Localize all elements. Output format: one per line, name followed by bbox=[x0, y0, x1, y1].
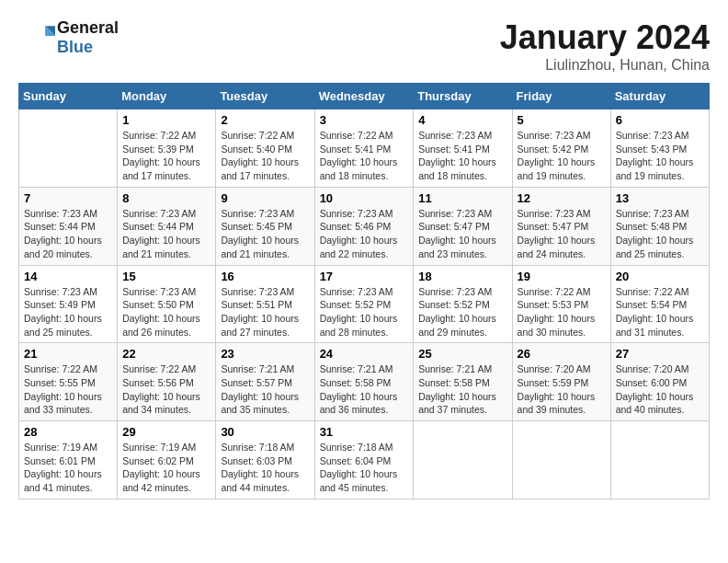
day-info: Sunrise: 7:21 AMSunset: 5:58 PMDaylight:… bbox=[418, 362, 506, 417]
day-info: Sunrise: 7:23 AMSunset: 5:44 PMDaylight:… bbox=[122, 207, 210, 261]
day-number: 10 bbox=[320, 191, 409, 205]
day-info: Sunrise: 7:19 AMSunset: 6:01 PMDaylight:… bbox=[24, 441, 112, 495]
weekday-header: Sunday bbox=[19, 84, 118, 109]
day-number: 29 bbox=[122, 425, 210, 439]
day-number: 25 bbox=[418, 347, 506, 361]
calendar-week-row: 1Sunrise: 7:22 AMSunset: 5:39 PMDaylight… bbox=[19, 109, 710, 188]
day-number: 9 bbox=[221, 191, 309, 205]
day-number: 2 bbox=[221, 113, 309, 127]
logo-line2: Blue bbox=[57, 38, 119, 57]
day-info: Sunrise: 7:23 AMSunset: 5:50 PMDaylight:… bbox=[122, 285, 210, 339]
calendar-week-row: 7Sunrise: 7:23 AMSunset: 5:44 PMDaylight… bbox=[19, 187, 710, 265]
day-info: Sunrise: 7:21 AMSunset: 5:58 PMDaylight:… bbox=[320, 362, 409, 417]
day-info: Sunrise: 7:23 AMSunset: 5:52 PMDaylight:… bbox=[418, 285, 506, 339]
calendar-cell: 16Sunrise: 7:23 AMSunset: 5:51 PMDayligh… bbox=[216, 265, 314, 343]
calendar-cell: 31Sunrise: 7:18 AMSunset: 6:04 PMDayligh… bbox=[314, 421, 414, 500]
weekday-row: SundayMondayTuesdayWednesdayThursdayFrid… bbox=[19, 84, 710, 109]
calendar-cell: 5Sunrise: 7:23 AMSunset: 5:42 PMDaylight… bbox=[512, 109, 610, 188]
calendar-week-row: 28Sunrise: 7:19 AMSunset: 6:01 PMDayligh… bbox=[19, 421, 710, 500]
day-number: 7 bbox=[24, 191, 112, 205]
day-info: Sunrise: 7:23 AMSunset: 5:52 PMDaylight:… bbox=[320, 285, 409, 339]
logo: General Blue bbox=[18, 18, 119, 57]
calendar-cell bbox=[414, 421, 512, 500]
calendar-header: SundayMondayTuesdayWednesdayThursdayFrid… bbox=[19, 84, 710, 109]
calendar-cell: 26Sunrise: 7:20 AMSunset: 5:59 PMDayligh… bbox=[512, 343, 610, 421]
day-number: 30 bbox=[221, 425, 309, 439]
calendar-cell: 4Sunrise: 7:23 AMSunset: 5:41 PMDaylight… bbox=[414, 109, 512, 188]
day-info: Sunrise: 7:23 AMSunset: 5:46 PMDaylight:… bbox=[320, 207, 409, 261]
calendar-week-row: 21Sunrise: 7:22 AMSunset: 5:55 PMDayligh… bbox=[19, 343, 710, 421]
calendar-cell: 29Sunrise: 7:19 AMSunset: 6:02 PMDayligh… bbox=[118, 421, 216, 500]
page-header: General Blue January 2024 Liulinzhou, Hu… bbox=[18, 18, 710, 74]
day-number: 8 bbox=[122, 191, 210, 205]
calendar-cell: 3Sunrise: 7:22 AMSunset: 5:41 PMDaylight… bbox=[314, 109, 414, 188]
day-number: 23 bbox=[221, 347, 309, 361]
day-number: 16 bbox=[221, 270, 309, 283]
day-info: Sunrise: 7:18 AMSunset: 6:03 PMDaylight:… bbox=[221, 441, 309, 495]
day-info: Sunrise: 7:23 AMSunset: 5:47 PMDaylight:… bbox=[418, 207, 506, 261]
calendar-cell: 25Sunrise: 7:21 AMSunset: 5:58 PMDayligh… bbox=[414, 343, 512, 421]
calendar-body: 1Sunrise: 7:22 AMSunset: 5:39 PMDaylight… bbox=[19, 109, 710, 500]
calendar-cell: 10Sunrise: 7:23 AMSunset: 5:46 PMDayligh… bbox=[314, 187, 414, 265]
calendar-cell: 7Sunrise: 7:23 AMSunset: 5:44 PMDaylight… bbox=[19, 187, 118, 265]
day-info: Sunrise: 7:23 AMSunset: 5:51 PMDaylight:… bbox=[221, 285, 309, 339]
calendar-cell: 20Sunrise: 7:22 AMSunset: 5:54 PMDayligh… bbox=[610, 265, 709, 343]
day-number: 28 bbox=[24, 425, 112, 439]
day-number: 1 bbox=[122, 113, 210, 127]
day-info: Sunrise: 7:23 AMSunset: 5:43 PMDaylight:… bbox=[616, 129, 704, 183]
day-info: Sunrise: 7:22 AMSunset: 5:56 PMDaylight:… bbox=[122, 362, 210, 417]
calendar-week-row: 14Sunrise: 7:23 AMSunset: 5:49 PMDayligh… bbox=[19, 265, 710, 343]
day-info: Sunrise: 7:22 AMSunset: 5:41 PMDaylight:… bbox=[320, 129, 409, 183]
weekday-header: Saturday bbox=[610, 84, 709, 109]
calendar-cell: 11Sunrise: 7:23 AMSunset: 5:47 PMDayligh… bbox=[414, 187, 512, 265]
day-info: Sunrise: 7:23 AMSunset: 5:44 PMDaylight:… bbox=[24, 207, 112, 261]
day-number: 31 bbox=[320, 425, 409, 439]
calendar-cell: 23Sunrise: 7:21 AMSunset: 5:57 PMDayligh… bbox=[216, 343, 314, 421]
day-info: Sunrise: 7:23 AMSunset: 5:49 PMDaylight:… bbox=[24, 285, 112, 339]
day-info: Sunrise: 7:23 AMSunset: 5:42 PMDaylight:… bbox=[518, 129, 606, 183]
calendar-cell: 2Sunrise: 7:22 AMSunset: 5:40 PMDaylight… bbox=[216, 109, 314, 188]
day-info: Sunrise: 7:23 AMSunset: 5:47 PMDaylight:… bbox=[518, 207, 606, 261]
day-number: 6 bbox=[616, 113, 704, 127]
day-info: Sunrise: 7:23 AMSunset: 5:48 PMDaylight:… bbox=[616, 207, 704, 261]
calendar-cell: 30Sunrise: 7:18 AMSunset: 6:03 PMDayligh… bbox=[216, 421, 314, 500]
calendar-table: SundayMondayTuesdayWednesdayThursdayFrid… bbox=[18, 83, 710, 500]
day-number: 27 bbox=[616, 347, 704, 361]
day-info: Sunrise: 7:23 AMSunset: 5:45 PMDaylight:… bbox=[221, 207, 309, 261]
day-number: 12 bbox=[518, 191, 606, 205]
day-number: 11 bbox=[418, 191, 506, 205]
day-info: Sunrise: 7:21 AMSunset: 5:57 PMDaylight:… bbox=[221, 362, 309, 417]
weekday-header: Friday bbox=[512, 84, 610, 109]
calendar-cell: 15Sunrise: 7:23 AMSunset: 5:50 PMDayligh… bbox=[118, 265, 216, 343]
day-number: 13 bbox=[616, 191, 704, 205]
weekday-header: Wednesday bbox=[314, 84, 414, 109]
day-number: 24 bbox=[320, 347, 409, 361]
calendar-cell: 19Sunrise: 7:22 AMSunset: 5:53 PMDayligh… bbox=[512, 265, 610, 343]
calendar-title: January 2024 bbox=[500, 18, 710, 57]
calendar-cell bbox=[610, 421, 709, 500]
day-number: 15 bbox=[122, 270, 210, 283]
calendar-cell: 21Sunrise: 7:22 AMSunset: 5:55 PMDayligh… bbox=[19, 343, 118, 421]
day-number: 17 bbox=[320, 270, 409, 283]
day-number: 26 bbox=[518, 347, 606, 361]
calendar-cell: 17Sunrise: 7:23 AMSunset: 5:52 PMDayligh… bbox=[314, 265, 414, 343]
day-number: 3 bbox=[320, 113, 409, 127]
day-info: Sunrise: 7:22 AMSunset: 5:54 PMDaylight:… bbox=[616, 285, 704, 339]
calendar-cell: 24Sunrise: 7:21 AMSunset: 5:58 PMDayligh… bbox=[314, 343, 414, 421]
day-number: 14 bbox=[24, 270, 112, 283]
day-info: Sunrise: 7:22 AMSunset: 5:39 PMDaylight:… bbox=[122, 129, 210, 183]
calendar-cell: 1Sunrise: 7:22 AMSunset: 5:39 PMDaylight… bbox=[118, 109, 216, 188]
calendar-cell: 9Sunrise: 7:23 AMSunset: 5:45 PMDaylight… bbox=[216, 187, 314, 265]
day-info: Sunrise: 7:22 AMSunset: 5:55 PMDaylight:… bbox=[24, 362, 112, 417]
calendar-cell: 13Sunrise: 7:23 AMSunset: 5:48 PMDayligh… bbox=[610, 187, 709, 265]
logo-icon bbox=[22, 19, 55, 52]
day-info: Sunrise: 7:22 AMSunset: 5:40 PMDaylight:… bbox=[221, 129, 309, 183]
calendar-cell: 28Sunrise: 7:19 AMSunset: 6:01 PMDayligh… bbox=[19, 421, 118, 500]
calendar-cell: 18Sunrise: 7:23 AMSunset: 5:52 PMDayligh… bbox=[414, 265, 512, 343]
calendar-cell: 22Sunrise: 7:22 AMSunset: 5:56 PMDayligh… bbox=[118, 343, 216, 421]
calendar-cell: 27Sunrise: 7:20 AMSunset: 6:00 PMDayligh… bbox=[610, 343, 709, 421]
day-info: Sunrise: 7:19 AMSunset: 6:02 PMDaylight:… bbox=[122, 441, 210, 495]
day-number: 21 bbox=[24, 347, 112, 361]
day-number: 20 bbox=[616, 270, 704, 283]
day-number: 4 bbox=[418, 113, 506, 127]
